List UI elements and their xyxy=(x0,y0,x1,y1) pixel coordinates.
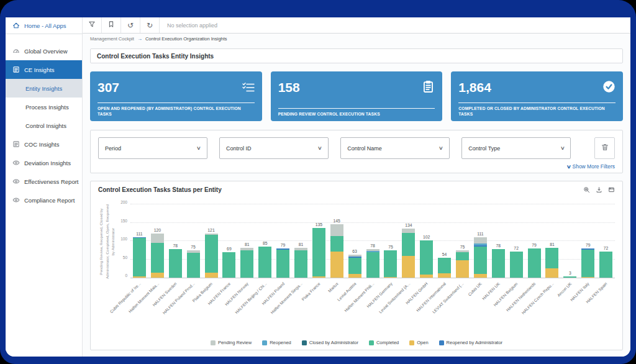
legend-item-reopened-by-administrator[interactable]: Reopened by Administrator xyxy=(439,340,502,345)
bar-segment[interactable] xyxy=(438,258,451,273)
stacked-bar-17[interactable] xyxy=(420,240,433,278)
stacked-bar-6[interactable] xyxy=(222,252,235,278)
sidebar-item-compliance-report[interactable]: Compliance Report xyxy=(6,191,82,209)
sidebar-item-control-insights[interactable]: Control Insights xyxy=(6,116,82,135)
bar-segment[interactable] xyxy=(456,252,469,260)
bar-segment[interactable] xyxy=(402,256,415,278)
show-more-filters-link[interactable]: ∨ Show More Filters xyxy=(567,163,615,170)
expand-icon[interactable] xyxy=(608,186,615,193)
sidebar-item-process-insights[interactable]: Process Insights xyxy=(6,98,82,116)
stacked-bar-18[interactable] xyxy=(438,258,451,278)
bar-segment[interactable] xyxy=(312,276,325,278)
breadcrumb-parent-link[interactable]: Management Cockpit xyxy=(90,36,134,42)
bookmark-button[interactable] xyxy=(102,17,121,33)
stacked-bar-7[interactable] xyxy=(240,248,253,278)
bar-segment[interactable] xyxy=(402,229,415,233)
stacked-bar-8[interactable] xyxy=(258,247,271,278)
stacked-bar-19[interactable] xyxy=(456,250,469,278)
legend-item-pending-review[interactable]: Pending Review xyxy=(211,340,252,345)
bar-segment[interactable] xyxy=(240,250,253,278)
legend-item-reopened[interactable]: Reopened xyxy=(262,340,291,345)
bar-segment[interactable] xyxy=(330,224,343,235)
bar-segment[interactable] xyxy=(456,260,469,278)
stacked-bar-24[interactable] xyxy=(545,248,558,278)
stacked-bar-14[interactable] xyxy=(366,249,379,278)
bar-segment[interactable] xyxy=(276,250,289,278)
clear-filters-button[interactable] xyxy=(594,137,615,159)
stacked-bar-2[interactable] xyxy=(151,234,164,278)
sidebar-item-home-all-apps[interactable]: Home - All Apps xyxy=(6,17,82,34)
stacked-bar-26[interactable] xyxy=(581,248,594,278)
filter-select-control-id[interactable]: Control ID∨ xyxy=(219,137,329,159)
bar-segment[interactable] xyxy=(312,228,325,276)
bar-segment[interactable] xyxy=(133,276,146,278)
bar-segment[interactable] xyxy=(205,235,218,273)
bar-segment[interactable] xyxy=(510,252,523,278)
bar-segment[interactable] xyxy=(402,233,415,256)
undo-button[interactable]: ↺ xyxy=(121,17,140,33)
selection-status[interactable]: No selection applied xyxy=(160,17,630,33)
bar-segment[interactable] xyxy=(151,234,164,243)
bar-segment[interactable] xyxy=(205,273,218,278)
bar-segment[interactable] xyxy=(474,237,487,244)
zoom-in-icon[interactable] xyxy=(583,186,590,193)
bar-segment[interactable] xyxy=(581,277,594,278)
stacked-bar-20[interactable] xyxy=(474,237,487,278)
stacked-bar-16[interactable] xyxy=(402,229,415,278)
bar-segment[interactable] xyxy=(187,253,200,278)
download-icon[interactable] xyxy=(596,186,602,193)
filter-select-control-name[interactable]: Control Name∨ xyxy=(340,137,450,159)
funnel-button[interactable] xyxy=(83,17,102,33)
bar-segment[interactable] xyxy=(438,273,451,278)
legend-item-closed-by-administrator[interactable]: Closed by Administrator xyxy=(302,340,358,345)
redo-button[interactable]: ↻ xyxy=(140,17,160,33)
bar-segment[interactable] xyxy=(222,252,235,278)
stacked-bar-5[interactable] xyxy=(205,234,218,278)
bar-segment[interactable] xyxy=(151,273,164,278)
stacked-bar-10[interactable] xyxy=(294,248,307,278)
bar-segment[interactable] xyxy=(151,243,164,273)
sidebar-item-coc-insights[interactable]: COC Insights xyxy=(6,135,82,153)
bar-segment[interactable] xyxy=(384,250,397,277)
bar-segment[interactable] xyxy=(366,252,379,278)
stacked-bar-23[interactable] xyxy=(528,248,541,278)
stacked-bar-1[interactable] xyxy=(133,237,146,278)
bar-segment[interactable] xyxy=(133,238,146,276)
stacked-bar-12[interactable] xyxy=(330,224,343,278)
stacked-bar-11[interactable] xyxy=(312,228,325,278)
bar-segment[interactable] xyxy=(384,277,397,278)
bar-segment[interactable] xyxy=(420,275,433,278)
bar-segment[interactable] xyxy=(563,276,576,278)
bar-segment[interactable] xyxy=(348,274,361,278)
stacked-bar-25[interactable] xyxy=(563,276,576,278)
bar-segment[interactable] xyxy=(330,236,343,252)
bar-segment[interactable] xyxy=(581,250,594,277)
sidebar-item-effectiveness-report[interactable]: Effectiveness Report xyxy=(6,172,82,191)
legend-item-completed[interactable]: Completed xyxy=(369,340,399,345)
bar-segment[interactable] xyxy=(330,252,343,278)
bar-segment[interactable] xyxy=(169,249,182,278)
sidebar-item-ce-insights[interactable]: CE Insights xyxy=(6,60,82,79)
stacked-bar-3[interactable] xyxy=(169,249,182,278)
stacked-bar-13[interactable] xyxy=(348,255,361,278)
kpi-tile-2[interactable]: 158PENDING REVIEW CONTROL EXECUTION TASK… xyxy=(271,71,443,121)
sidebar-item-global-overview[interactable]: Global Overview xyxy=(6,42,82,60)
stacked-bar-21[interactable] xyxy=(492,249,505,278)
stacked-bar-22[interactable] xyxy=(510,252,523,278)
stacked-bar-9[interactable] xyxy=(276,248,289,278)
stacked-bar-27[interactable] xyxy=(599,252,612,278)
bar-segment[interactable] xyxy=(474,247,487,274)
bar-segment[interactable] xyxy=(528,248,541,278)
bar-segment[interactable] xyxy=(545,268,558,278)
filter-select-period[interactable]: Period∨ xyxy=(98,137,207,159)
kpi-tile-3[interactable]: 1,864COMPLETED OR CLOSED BY ADMINISTRATO… xyxy=(451,71,623,121)
bar-segment[interactable] xyxy=(420,240,433,275)
bar-segment[interactable] xyxy=(474,274,487,278)
bar-segment[interactable] xyxy=(492,249,505,278)
bar-segment[interactable] xyxy=(258,247,271,278)
stacked-bar-15[interactable] xyxy=(384,250,397,278)
stacked-bar-4[interactable] xyxy=(187,250,200,278)
filter-select-control-type[interactable]: Control Type∨ xyxy=(461,137,571,159)
bar-segment[interactable] xyxy=(348,258,361,274)
sidebar-item-entity-insights[interactable]: Entity Insights xyxy=(6,79,82,98)
